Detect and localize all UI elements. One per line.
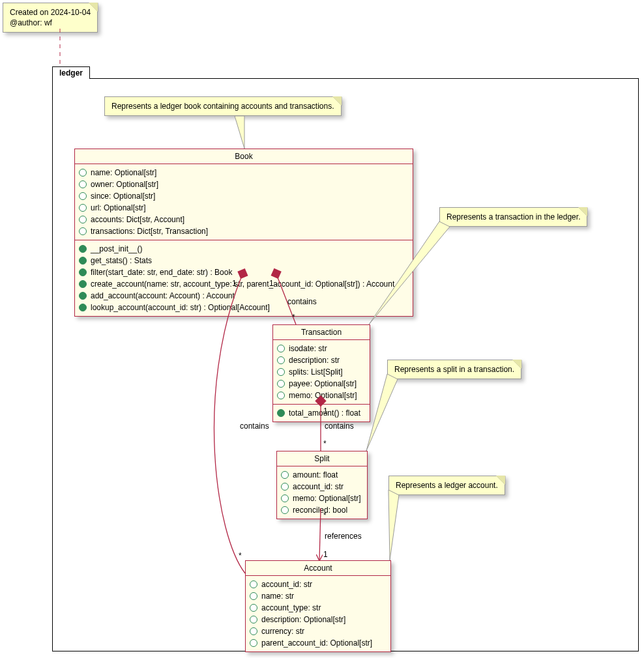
method: lookup_account(account_id: str) : Option… [79,302,409,313]
package-name: ledger [59,68,83,78]
note-line: @author: wf [10,18,52,27]
method: filter(start_date: str, end_date: str) :… [79,266,409,278]
field: since: Optional[str] [79,190,409,202]
multiplicity: * [239,551,242,560]
visibility-icon [79,304,87,311]
visibility-icon [281,483,289,491]
visibility-icon [79,192,87,200]
visibility-icon [79,180,87,188]
class-book: Book name: Optional[str] owner: Optional… [74,149,413,317]
visibility-icon [79,245,87,253]
visibility-icon [281,494,289,502]
rel-label: contains [287,297,317,306]
visibility-icon [250,604,257,612]
visibility-icon [277,409,285,417]
visibility-icon [79,292,87,300]
visibility-icon [277,380,285,388]
field: parent_account_id: Optional[str] [250,637,387,649]
class-fields: account_id: str name: str account_type: … [246,576,390,651]
visibility-icon [250,639,257,647]
visibility-icon [281,506,289,514]
method: add_account(account: Account) : Account [79,290,409,302]
field: account_id: str [250,579,387,590]
note-line: Created on 2024-10-04 [10,8,91,17]
class-account: Account account_id: str name: str accoun… [245,560,391,652]
note-text: Represents a ledger account. [396,481,498,490]
class-title: Transaction [273,325,370,340]
visibility-icon [79,216,87,223]
note-account: Represents a ledger account. [388,476,505,495]
visibility-icon [79,280,87,288]
field: isodate: str [277,343,366,354]
method: create_account(name: str, account_type: … [79,278,409,290]
note-book: Represents a ledger book containing acco… [104,96,342,116]
multiplicity: * [292,313,295,322]
class-title: Split [277,451,367,466]
class-split: Split amount: float account_id: str memo… [276,451,368,519]
class-methods: __post_init__() get_stats() : Stats filt… [75,240,413,316]
visibility-icon [250,580,257,588]
field: account_type: str [250,602,387,614]
visibility-icon [250,592,257,600]
rel-label: contains [325,422,354,431]
field: name: str [250,590,387,602]
field: name: Optional[str] [79,167,409,179]
multiplicity: 1 [323,407,328,416]
field: splits: List[Split] [277,366,366,378]
visibility-icon [277,392,285,399]
visibility-icon [79,227,87,235]
field: url: Optional[str] [79,202,409,214]
visibility-icon [79,257,87,265]
class-fields: name: Optional[str] owner: Optional[str]… [75,164,413,240]
note-transaction: Represents a transaction in the ledger. [439,207,587,227]
visibility-icon [277,368,285,376]
rel-label: references [325,532,362,541]
multiplicity: * [323,439,327,448]
field: reconciled: bool [281,504,363,516]
multiplicity: 1 [323,550,328,559]
field: memo: Optional[str] [277,390,366,401]
visibility-icon [277,356,285,364]
note-text: Represents a split in a transaction. [394,365,514,374]
method: total_amount() : float [277,407,366,419]
field: owner: Optional[str] [79,179,409,190]
visibility-icon [79,169,87,177]
uml-canvas: Created on 2024-10-04 @author: wf ledger… [0,0,644,658]
multiplicity: 1 [232,279,237,288]
class-fields: amount: float account_id: str memo: Opti… [277,466,367,519]
rel-label: contains [240,422,269,431]
field: accounts: Dict[str, Account] [79,214,409,225]
class-title: Account [246,561,390,576]
class-fields: isodate: str description: str splits: Li… [273,340,370,404]
visibility-icon [281,471,289,479]
visibility-icon [79,204,87,212]
multiplicity: * [323,511,327,520]
field: transactions: Dict[str, Transaction] [79,225,409,237]
field: amount: float [281,469,363,481]
note-split: Represents a split in a transaction. [387,360,521,379]
visibility-icon [250,627,257,635]
class-methods: total_amount() : float [273,404,370,422]
class-transaction: Transaction isodate: str description: st… [272,324,370,422]
field: memo: Optional[str] [281,493,363,504]
note-text: Represents a ledger book containing acco… [111,102,334,111]
field: currency: str [250,625,387,637]
method: get_stats() : Stats [79,255,409,266]
visibility-icon [250,616,257,623]
visibility-icon [277,345,285,352]
method: __post_init__() [79,243,409,255]
field: description: str [277,354,366,366]
field: payee: Optional[str] [277,378,366,390]
package-tab: ledger [52,66,90,79]
class-title: Book [75,149,413,164]
note-metadata: Created on 2024-10-04 @author: wf [3,3,98,33]
field: account_id: str [281,481,363,493]
field: description: Optional[str] [250,614,387,625]
note-text: Represents a transaction in the ledger. [446,212,580,222]
visibility-icon [79,268,87,276]
multiplicity: 1 [269,279,274,288]
